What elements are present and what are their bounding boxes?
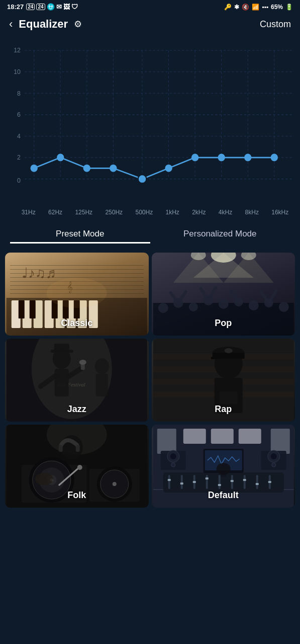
genre-label-jazz: Jazz <box>5 404 149 415</box>
svg-rect-141 <box>256 475 258 489</box>
svg-point-31 <box>191 154 198 162</box>
svg-point-152 <box>271 463 275 467</box>
genre-label-rap: Rap <box>152 404 295 415</box>
svg-rect-128 <box>167 479 170 481</box>
svg-point-111 <box>35 473 53 485</box>
svg-point-147 <box>170 453 176 459</box>
freq-labels: 31Hz 62Hz 125Hz 250Hz 500Hz 1kHz 2kHz 4k… <box>0 209 300 216</box>
eq-chart[interactable]: 12 10 8 6 4 2 0 <box>5 41 295 209</box>
svg-point-30 <box>165 165 172 172</box>
svg-rect-87 <box>96 374 108 396</box>
wifi-icon: 📶 <box>252 4 259 11</box>
back-button[interactable]: ‹ <box>9 18 13 31</box>
svg-rect-133 <box>206 475 208 489</box>
page-title: Equalizer <box>19 18 68 31</box>
battery-icon: 🔋 <box>285 4 293 11</box>
tab-personalized-mode[interactable]: Personalized Mode <box>150 229 290 244</box>
svg-point-85 <box>79 360 86 365</box>
mute-icon: 🔇 <box>242 4 249 11</box>
svg-point-115 <box>113 482 117 486</box>
svg-rect-97 <box>211 357 218 359</box>
status-time: 18:27 24 24 ⛎ ✉ 🖼 🛡 <box>7 3 78 11</box>
svg-rect-117 <box>59 445 63 452</box>
svg-text:0: 0 <box>17 177 21 184</box>
top-bar: ‹ Equalizer ⚙ Custom <box>0 13 300 36</box>
svg-point-32 <box>218 154 225 162</box>
svg-rect-44 <box>19 300 25 318</box>
svg-point-151 <box>270 453 276 459</box>
genre-card-jazz[interactable]: Jazz Festival Jazz <box>5 339 149 422</box>
svg-point-63 <box>218 299 228 309</box>
bluetooth-icon: ✱ <box>234 4 239 11</box>
svg-point-98 <box>224 348 232 353</box>
freq-2khz: 2kHz <box>192 209 206 216</box>
svg-text:10: 10 <box>14 68 21 75</box>
top-bar-left: ‹ Equalizer ⚙ <box>9 18 82 31</box>
genre-card-classic[interactable]: ♩♪♫♬ 𝄞 Classic <box>5 253 149 336</box>
svg-text:12: 12 <box>14 47 21 54</box>
genre-card-pop[interactable]: Pop <box>152 253 295 336</box>
svg-point-59 <box>158 303 168 313</box>
freq-31hz: 31Hz <box>22 209 36 216</box>
svg-rect-80 <box>54 344 69 351</box>
svg-point-61 <box>188 302 197 311</box>
freq-8khz: 8kHz <box>245 209 259 216</box>
svg-point-26 <box>57 154 64 162</box>
svg-rect-134 <box>205 477 208 479</box>
svg-point-34 <box>271 154 278 162</box>
freq-1khz: 1kHz <box>165 209 179 216</box>
genre-card-rap[interactable]: Rap <box>152 339 295 422</box>
svg-text:4: 4 <box>17 133 21 140</box>
svg-rect-135 <box>218 475 220 489</box>
eq-chart-svg[interactable]: 12 10 8 6 4 2 0 <box>5 41 295 207</box>
freq-500hz: 500Hz <box>135 209 153 216</box>
svg-rect-140 <box>243 479 246 481</box>
svg-rect-45 <box>30 300 36 318</box>
svg-rect-118 <box>76 445 80 452</box>
svg-rect-120 <box>183 429 206 444</box>
svg-rect-138 <box>230 480 233 482</box>
svg-rect-100 <box>219 391 237 404</box>
battery-level: 65% <box>271 4 283 11</box>
genre-card-default[interactable]: Default <box>152 425 295 508</box>
svg-point-51 <box>47 278 107 308</box>
svg-point-110 <box>77 465 82 470</box>
genre-label-default: Default <box>152 490 295 501</box>
status-bar: 18:27 24 24 ⛎ ✉ 🖼 🛡 🔑 ✱ 🔇 📶 ▪▪▪ 65% 🔋 <box>0 0 300 13</box>
svg-point-148 <box>171 463 175 467</box>
svg-rect-132 <box>192 481 195 483</box>
svg-point-65 <box>248 300 258 310</box>
svg-text:6: 6 <box>17 111 21 118</box>
svg-text:2: 2 <box>17 154 21 161</box>
svg-point-86 <box>95 358 109 374</box>
genre-label-pop: Pop <box>152 318 295 329</box>
svg-rect-81 <box>55 369 69 396</box>
genre-card-folk[interactable]: Folk <box>5 425 149 508</box>
genre-label-folk: Folk <box>5 490 149 501</box>
freq-62hz: 62Hz <box>48 209 62 216</box>
svg-rect-136 <box>218 484 221 486</box>
svg-point-157 <box>216 463 230 475</box>
svg-point-25 <box>30 165 37 172</box>
svg-point-33 <box>244 154 251 162</box>
svg-rect-0 <box>5 41 295 207</box>
mode-tabs: Preset Mode Personalized Mode <box>0 222 300 248</box>
custom-button[interactable]: Custom <box>260 19 291 30</box>
svg-point-27 <box>83 165 90 172</box>
svg-rect-130 <box>180 482 183 485</box>
svg-rect-129 <box>180 475 182 489</box>
tab-preset-mode[interactable]: Preset Mode <box>10 229 150 244</box>
svg-rect-144 <box>268 481 271 483</box>
svg-rect-123 <box>157 429 176 454</box>
svg-rect-124 <box>270 429 289 454</box>
svg-rect-121 <box>211 429 233 444</box>
status-right: 🔑 ✱ 🔇 📶 ▪▪▪ 65% 🔋 <box>224 4 293 11</box>
svg-point-67 <box>278 302 288 312</box>
svg-text:♩♪♫♬: ♩♪♫♬ <box>22 265 56 281</box>
svg-text:8: 8 <box>17 90 21 97</box>
sliders-icon[interactable]: ⚙ <box>74 19 82 30</box>
genre-label-classic: Classic <box>5 318 149 329</box>
freq-125hz: 125Hz <box>75 209 92 216</box>
svg-rect-127 <box>168 475 170 489</box>
freq-16khz: 16kHz <box>271 209 288 216</box>
